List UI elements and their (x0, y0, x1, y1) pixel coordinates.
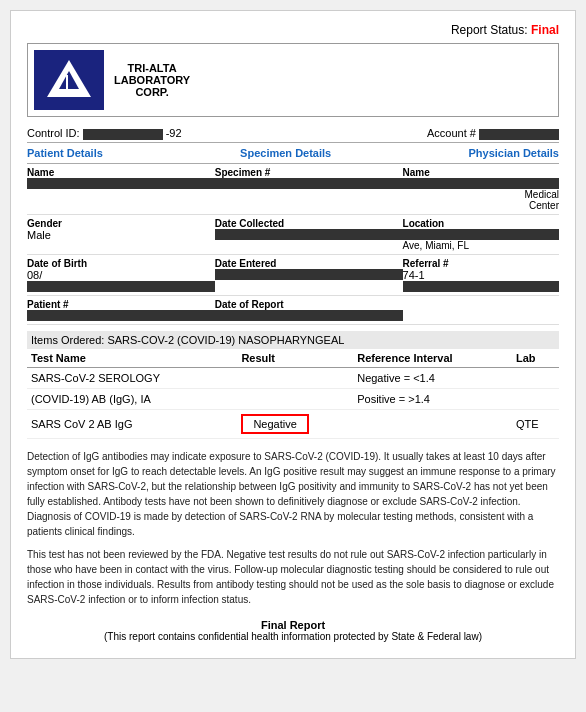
gender-value: Male (27, 229, 215, 241)
patient-num-redacted (27, 310, 215, 321)
reference-cell: Negative = <1.4 (353, 367, 512, 388)
location-redacted (403, 229, 559, 240)
dob-redacted (27, 281, 215, 292)
date-entered-redacted (215, 269, 403, 280)
status-value: Final (531, 23, 559, 37)
specimen-num-redacted (215, 178, 403, 189)
col-reference: Reference Interval (353, 349, 512, 368)
account-label: Account # (427, 127, 476, 139)
referral-label: Referral # (403, 258, 559, 269)
patient-name-cell: Name (27, 167, 215, 189)
lab-name-line1: TRI-ALTA (114, 62, 190, 74)
dob-partial: 08/ (27, 269, 215, 281)
result-cell (237, 367, 353, 388)
col-test-name: Test Name (27, 349, 237, 368)
medical-center: MedicalCenter (403, 189, 559, 211)
name-row: Name Specimen # Name MedicalCenter (27, 164, 559, 215)
control-id-suffix: -92 (166, 127, 182, 139)
specimen-details-header: Specimen Details (240, 147, 331, 159)
location-cell: Location Ave, Miami, FL (403, 218, 559, 251)
patient-details-header: Patient Details (27, 147, 103, 159)
logo-box (34, 50, 104, 110)
patient-grid: Name Specimen # Name MedicalCenter Gende… (27, 163, 559, 325)
physician-name-label: Name (403, 167, 559, 178)
specimen-num-cell: Specimen # (215, 167, 403, 189)
footer-title: Final Report (27, 619, 559, 631)
test-table: Test Name Result Reference Interval Lab … (27, 349, 559, 439)
result-cell (237, 388, 353, 409)
test-name-cell: SARS-CoV-2 SEROLOGY (27, 367, 237, 388)
table-header-row: Test Name Result Reference Interval Lab (27, 349, 559, 368)
physician-name-redacted (403, 178, 559, 189)
date-report-redacted (215, 310, 403, 321)
table-row: SARS-CoV-2 SEROLOGY Negative = <1.4 (27, 367, 559, 388)
location-value: Ave, Miami, FL (403, 240, 559, 251)
section-headers: Patient Details Specimen Details Physici… (27, 147, 559, 159)
status-label: Report Status: (451, 23, 528, 37)
lab-cell (512, 388, 559, 409)
reference-cell (353, 409, 512, 438)
physician-name-cell: Name MedicalCenter (403, 167, 559, 211)
patient-name-redacted (27, 178, 215, 189)
physician-details-header: Physician Details (469, 147, 560, 159)
dob-row: Date of Birth 08/ Date Entered Referral … (27, 255, 559, 296)
lab-name-line3: CORP. (114, 86, 190, 98)
date-collected-cell: Date Collected (215, 218, 403, 240)
patient-name-label: Name (27, 167, 215, 178)
patient-num-row: Patient # Date of Report (27, 296, 559, 325)
notes-section: Detection of IgG antibodies may indicate… (27, 449, 559, 607)
report-status-bar: Report Status: Final (27, 23, 559, 37)
date-report-label: Date of Report (215, 299, 403, 310)
report-footer: Final Report (This report contains confi… (27, 619, 559, 642)
patient-num-cell: Patient # (27, 299, 215, 321)
lab-cell: QTE (512, 409, 559, 438)
gender-row: Gender Male Date Collected Location Ave,… (27, 215, 559, 255)
account-number: Account # (427, 127, 559, 140)
control-id-label: Control ID: (27, 127, 80, 139)
date-collected-label: Date Collected (215, 218, 403, 229)
table-row: (COVID-19) AB (IgG), IA Positive = >1.4 (27, 388, 559, 409)
note-2: This test has not been reviewed by the F… (27, 547, 559, 607)
account-redacted (479, 129, 559, 140)
test-name-cell: SARS CoV 2 AB IgG (27, 409, 237, 438)
control-id-redacted (83, 129, 163, 140)
lab-name-area: TRI-ALTA LABORATORY CORP. (114, 62, 190, 98)
gender-label: Gender (27, 218, 215, 229)
control-account-row: Control ID: -92 Account # (27, 125, 559, 143)
lab-name-line2: LABORATORY (114, 74, 190, 86)
header-section: TRI-ALTA LABORATORY CORP. (27, 43, 559, 117)
gender-cell: Gender Male (27, 218, 215, 241)
date-collected-redacted (215, 229, 403, 240)
patient-num-label: Patient # (27, 299, 215, 310)
lab-logo-icon (39, 55, 99, 105)
specimen-label: Specimen # (215, 167, 403, 178)
lab-cell (512, 367, 559, 388)
referral-redacted (403, 281, 559, 292)
col-lab: Lab (512, 349, 559, 368)
reference-cell: Positive = >1.4 (353, 388, 512, 409)
report-page: Report Status: Final TRI-ALTA LABORATORY… (10, 10, 576, 659)
col-result: Result (237, 349, 353, 368)
items-ordered: Items Ordered: SARS-COV-2 (COVID-19) NAS… (27, 331, 559, 349)
date-report-cell: Date of Report (215, 299, 403, 321)
date-entered-cell: Date Entered (215, 258, 403, 280)
referral-value: 74-1 (403, 269, 559, 281)
location-label: Location (403, 218, 559, 229)
referral-cell: Referral # 74-1 (403, 258, 559, 292)
dob-label: Date of Birth (27, 258, 215, 269)
dob-cell: Date of Birth 08/ (27, 258, 215, 292)
result-cell: Negative (237, 409, 353, 438)
note-1: Detection of IgG antibodies may indicate… (27, 449, 559, 539)
table-row: SARS CoV 2 AB IgG Negative QTE (27, 409, 559, 438)
negative-result-badge: Negative (241, 414, 308, 434)
footer-subtitle: (This report contains confidential healt… (27, 631, 559, 642)
date-entered-label: Date Entered (215, 258, 403, 269)
control-id: Control ID: -92 (27, 127, 182, 140)
test-name-cell: (COVID-19) AB (IgG), IA (27, 388, 237, 409)
